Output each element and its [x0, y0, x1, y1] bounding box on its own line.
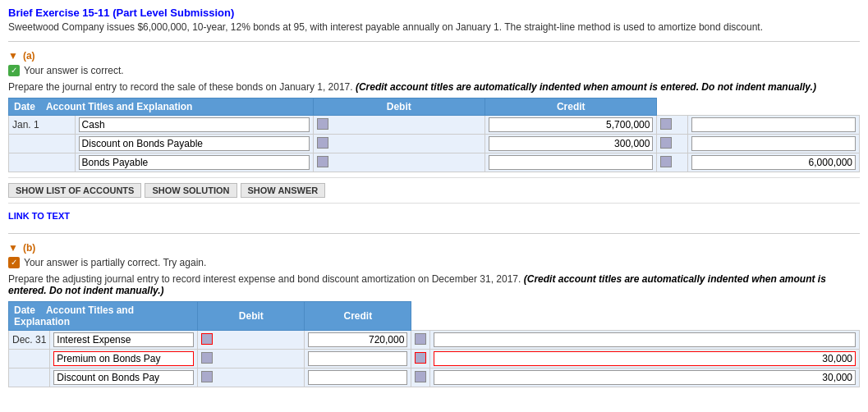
debit-input-a1[interactable] [489, 117, 653, 132]
table-row [9, 135, 860, 153]
account-input-b1[interactable] [53, 332, 194, 347]
th-debit-a: Debit [313, 98, 485, 116]
credit-icon-b3[interactable] [415, 371, 426, 382]
debit-input-b3[interactable] [308, 370, 407, 385]
icon-cell-a3c [657, 153, 687, 172]
partial-text: Your answer is partially correct. Try ag… [24, 257, 206, 268]
section-b: ▼ (b) ✓ Your answer is partially correct… [8, 242, 860, 387]
debit-cell-a1 [485, 116, 657, 135]
credit-cell-a2 [687, 135, 860, 153]
section-a-instruction: Prepare the journal entry to record the … [8, 81, 860, 93]
table-row: Jan. 1 [9, 116, 860, 135]
section-a-correct: ✓ Your answer is correct. [8, 65, 860, 76]
credit-cell-b1 [430, 331, 860, 350]
journal-table-b: Date Account Titles and Explanation Debi… [8, 301, 860, 387]
credit-input-b1[interactable] [434, 332, 856, 347]
debit-cell-b3 [305, 369, 411, 387]
page-container: Brief Exercise 15-11 (Part Level Submiss… [0, 0, 868, 402]
credit-cell-a3 [687, 153, 860, 172]
credit-cell-b2 [430, 350, 860, 369]
debit-input-a2[interactable] [489, 136, 653, 151]
credit-icon-a3[interactable] [660, 156, 672, 167]
section-a-buttons: SHOW LIST OF ACCOUNTS SHOW SOLUTION SHOW… [8, 177, 860, 204]
debit-icon-a1[interactable] [317, 118, 328, 130]
correct-text: Your answer is correct. [24, 65, 124, 76]
credit-icon-b2[interactable] [415, 352, 426, 364]
account-input-b3[interactable] [53, 370, 194, 385]
link-to-text-a[interactable]: LINK TO TEXT [8, 211, 70, 221]
credit-input-a1[interactable] [691, 117, 857, 132]
section-b-partial: ✓ Your answer is partially correct. Try … [8, 257, 860, 268]
debit-icon-a2[interactable] [317, 137, 328, 149]
date-cell-a2 [9, 135, 76, 153]
credit-icon-b1[interactable] [415, 333, 426, 345]
credit-input-a2[interactable] [691, 136, 857, 151]
icon-cell-a1c [657, 116, 687, 135]
th-debit-b: Debit [198, 302, 305, 331]
show-solution-button-a[interactable]: SHOW SOLUTION [145, 183, 237, 198]
show-list-accounts-button-a[interactable]: SHOW LIST OF ACCOUNTS [8, 183, 141, 198]
section-b-instruction: Prepare the adjusting journal entry to r… [8, 273, 860, 296]
partial-checkmark: ✓ [8, 257, 20, 268]
date-cell-b2 [9, 350, 50, 369]
date-cell-b3 [9, 369, 50, 387]
account-cell-b3 [50, 369, 198, 387]
debit-icon-a3[interactable] [317, 156, 328, 167]
section-a-instruction-italic: (Credit account titles are automatically… [356, 81, 816, 93]
correct-checkmark: ✓ [8, 65, 20, 76]
debit-input-a3[interactable] [489, 155, 653, 170]
account-cell-a2 [75, 135, 313, 153]
th-date-a: Date Account Titles and Explanation [9, 98, 314, 116]
account-cell-a3 [75, 153, 313, 172]
debit-icon-b1[interactable] [201, 333, 213, 345]
date-cell-a3 [9, 153, 76, 172]
credit-input-b3[interactable] [434, 370, 856, 385]
credit-input-b2[interactable] [434, 351, 856, 366]
debit-icon-b3[interactable] [201, 371, 213, 382]
credit-icon-a2[interactable] [660, 137, 672, 149]
section-a-label: (a) [23, 50, 35, 62]
credit-input-a3[interactable] [691, 155, 857, 170]
table-row [9, 153, 860, 172]
account-cell-b1 [50, 331, 198, 350]
th-date-b: Date Account Titles and Explanation [9, 302, 198, 331]
link-row-a: LINK TO TEXT [8, 207, 860, 225]
debit-input-b2[interactable] [308, 351, 407, 366]
section-b-arrow[interactable]: ▼ [8, 242, 18, 254]
section-b-label: (b) [23, 242, 35, 254]
debit-input-b1[interactable] [308, 332, 407, 347]
debit-cell-a2 [485, 135, 657, 153]
section-a-arrow[interactable]: ▼ [8, 50, 18, 62]
icon-cell-b1d [198, 331, 305, 350]
account-cell-b2 [50, 350, 198, 369]
table-row [9, 369, 860, 387]
icon-cell-b3c [411, 369, 430, 387]
table-row: Dec. 31 [9, 331, 860, 350]
debit-cell-b1 [305, 331, 411, 350]
icon-cell-b3d [198, 369, 305, 387]
icon-cell-a2d [313, 135, 485, 153]
account-cell-a1 [75, 116, 313, 135]
debit-cell-a3 [485, 153, 657, 172]
account-input-a3[interactable] [79, 155, 310, 170]
icon-cell-b2d [198, 350, 305, 369]
debit-cell-b2 [305, 350, 411, 369]
th-credit-b: Credit [305, 302, 411, 331]
debit-icon-b2[interactable] [201, 352, 213, 364]
account-input-a2[interactable] [79, 136, 310, 151]
show-answer-button-a[interactable]: SHOW ANSWER [241, 183, 326, 198]
credit-icon-a1[interactable] [660, 118, 672, 130]
journal-table-a: Date Account Titles and Explanation Debi… [8, 98, 860, 172]
section-b-header: ▼ (b) [8, 242, 860, 254]
icon-cell-a1d [313, 116, 485, 135]
account-input-a1[interactable] [79, 117, 310, 132]
table-row [9, 350, 860, 369]
icon-cell-b1c [411, 331, 430, 350]
section-a-header: ▼ (a) [8, 50, 860, 62]
date-cell-a1: Jan. 1 [9, 116, 76, 135]
account-input-b2[interactable] [53, 351, 194, 366]
icon-cell-a3d [313, 153, 485, 172]
icon-cell-a2c [657, 135, 687, 153]
credit-cell-a1 [687, 116, 860, 135]
section-a: ▼ (a) ✓ Your answer is correct. Prepare … [8, 50, 860, 225]
